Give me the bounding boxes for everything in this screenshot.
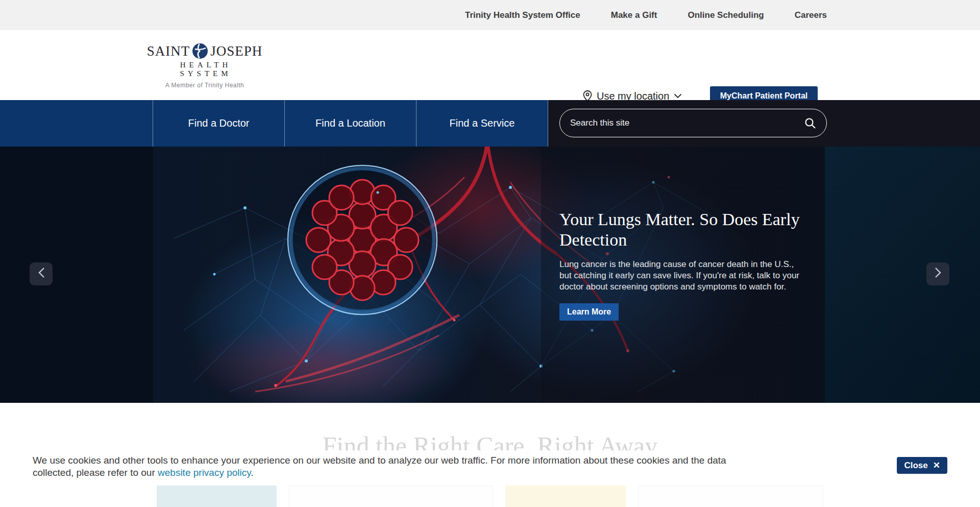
nav-spacer [0,100,153,147]
logo-circle-icon [192,43,208,59]
search-icon [804,117,816,129]
page: Trinity Health System Office Make a Gift… [0,0,980,507]
logo-name-left: SAINT [147,43,190,59]
care-card-yellow[interactable] [505,486,626,507]
close-icon: ✕ [933,460,940,471]
chevron-right-icon [934,267,942,278]
header: SAINT JOSEPH HEALTH SYSTEM A Member of T… [0,30,980,100]
site-search [559,109,827,137]
utility-bar: Trinity Health System Office Make a Gift… [0,0,980,30]
hero-title: Your Lungs Matter. So Does Early Detecti… [559,209,811,250]
care-card-white-2[interactable] [638,486,823,507]
website-privacy-policy-link[interactable]: website privacy policy [158,467,251,478]
carousel-next-slide-peek [825,147,980,403]
hero-copy: Your Lungs Matter. So Does Early Detecti… [559,209,811,321]
care-card-white-1[interactable] [289,486,493,507]
carousel-next-button[interactable] [926,262,949,285]
utility-link-careers[interactable]: Careers [795,10,827,20]
utility-link-make-a-gift[interactable]: Make a Gift [611,10,657,20]
logo-name-row: SAINT JOSEPH [156,43,253,59]
nav-item-find-a-service[interactable]: Find a Service [416,100,548,147]
hero-carousel: Your Lungs Matter. So Does Early Detecti… [0,147,980,403]
cookie-close-label: Close [904,461,927,471]
logo-name-right: JOSEPH [210,43,262,59]
hero-body: Lung cancer is the leading cause of canc… [559,259,799,293]
nav-item-find-a-doctor[interactable]: Find a Doctor [153,100,285,147]
chevron-left-icon [37,267,45,278]
cookie-close-button[interactable]: Close ✕ [897,457,947,474]
logo-subtitle: HEALTH SYSTEM [158,61,253,78]
cookie-banner: We use cookies and other tools to enhanc… [0,450,980,485]
site-logo[interactable]: SAINT JOSEPH HEALTH SYSTEM A Member of T… [156,43,253,89]
main-nav: Find a Doctor Find a Location Find a Ser… [0,100,980,147]
carousel-prev-button[interactable] [30,262,53,285]
search-input[interactable] [570,118,804,128]
cookie-text-before-link: We use cookies and other tools to enhanc… [33,455,726,478]
nav-item-find-a-location[interactable]: Find a Location [285,100,416,147]
nav-search-section [548,100,980,147]
search-button[interactable] [804,117,816,129]
cookie-text-after-link: . [251,467,253,478]
chevron-down-icon [674,93,682,99]
utility-link-trinity-office[interactable]: Trinity Health System Office [465,10,580,20]
cookie-banner-text: We use cookies and other tools to enhanc… [33,454,747,479]
nav-blue-section: Find a Doctor Find a Location Find a Ser… [0,100,548,147]
learn-more-button[interactable]: Learn More [559,303,619,321]
care-card-teal[interactable] [157,486,277,507]
logo-tagline: A Member of Trinity Health [156,82,253,89]
utility-link-online-scheduling[interactable]: Online Scheduling [688,10,764,20]
